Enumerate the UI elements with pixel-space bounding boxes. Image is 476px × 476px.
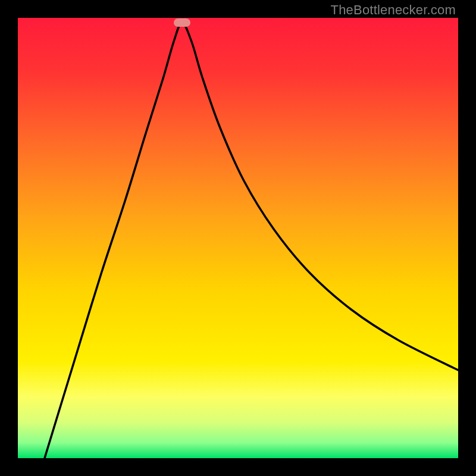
chart-frame: TheBottlenecker.com (0, 0, 476, 476)
chart-svg (18, 18, 458, 458)
minimum-marker (174, 18, 190, 27)
attribution-text: TheBottlenecker.com (331, 2, 456, 18)
gradient-background (18, 18, 458, 458)
plot-area (18, 18, 458, 458)
